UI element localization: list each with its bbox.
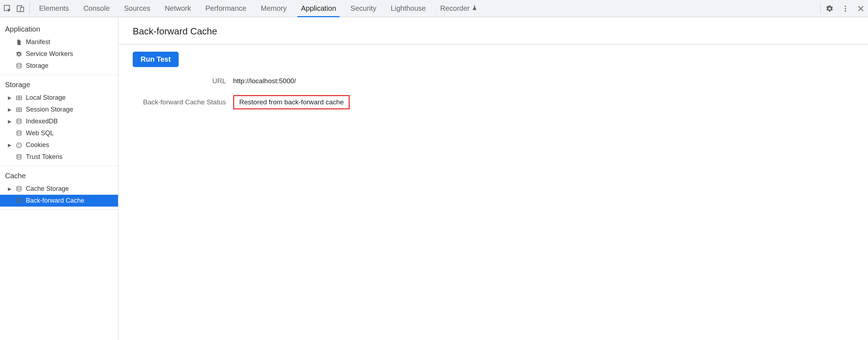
file-icon [15,39,23,46]
bfcache-status-value: Restored from back-forward cache [233,95,350,109]
sidebar-item-label: Local Storage [26,94,66,101]
tab-console[interactable]: Console [76,0,117,17]
sidebar-item-cache-storage[interactable]: ▶Cache Storage [0,183,118,195]
chevron-right-icon: ▶ [7,142,12,148]
svg-point-3 [845,5,846,7]
chevron-right-icon: ▶ [7,107,12,112]
info-value-cell: Restored from back-forward cache [233,95,854,109]
sidebar-item-local-storage[interactable]: ▶Local Storage [0,92,118,104]
topbar-right [820,3,864,14]
tab-label: Console [83,4,109,13]
db-icon [15,154,23,160]
tab-lighthouse[interactable]: Lighthouse [383,0,433,17]
svg-point-4 [845,8,846,9]
tab-application[interactable]: Application [294,0,343,17]
tab-network[interactable]: Network [157,0,198,17]
application-sidebar: Application▶Manifest▶Service Workers▶Sto… [0,17,118,340]
settings-icon[interactable] [826,5,834,13]
sidebar-item-storage[interactable]: ▶Storage [0,60,118,72]
tab-label: Performance [206,4,247,13]
grid-icon [15,95,23,101]
sidebar-item-label: Storage [26,62,48,70]
devtools-topbar: ElementsConsoleSourcesNetworkPerformance… [0,0,868,17]
flask-icon [472,4,477,13]
sidebar-item-cookies[interactable]: ▶Cookies [0,139,118,151]
sidebar-item-label: Web SQL [26,129,54,137]
tab-security[interactable]: Security [343,0,383,17]
section-title-application: Application [0,19,118,36]
chevron-right-icon: ▶ [7,186,12,192]
sidebar-item-label: Cookies [26,141,49,149]
chevron-right-icon: ▶ [7,95,12,100]
chevron-right-icon: ▶ [7,119,12,124]
run-test-button[interactable]: Run Test [133,52,179,67]
svg-rect-2 [20,7,24,11]
svg-point-5 [845,10,846,11]
device-toggle-icon[interactable] [16,5,24,13]
sidebar-item-indexeddb[interactable]: ▶IndexedDB [0,115,118,127]
cookie-icon [15,142,23,148]
topbar-left-icons [4,3,30,14]
sidebar-item-label: Cache Storage [26,185,69,193]
info-value: http://localhost:5000/ [233,77,296,85]
db-icon [15,130,23,137]
inspect-icon[interactable] [4,5,11,13]
sidebar-item-manifest[interactable]: ▶Manifest [0,36,118,48]
sidebar-item-label: Session Storage [26,106,73,113]
close-icon[interactable] [857,5,864,12]
sidebar-item-label: IndexedDB [26,118,58,125]
db-icon [15,186,23,192]
tab-label: Elements [39,4,69,13]
info-label: URL [133,77,226,85]
tab-label: Application [301,4,336,13]
grid-icon [15,107,23,113]
db-icon [15,198,23,204]
sidebar-item-back-forward-cache[interactable]: ▶Back-forward Cache [0,195,118,207]
section-title-storage: Storage [0,75,118,92]
section-title-cache: Cache [0,166,118,183]
gear-icon [15,51,23,57]
tab-sources[interactable]: Sources [117,0,157,17]
sidebar-item-web-sql[interactable]: ▶Web SQL [0,127,118,139]
tab-label: Sources [124,4,150,13]
db-icon [15,63,23,69]
sidebar-item-trust-tokens[interactable]: ▶Trust Tokens [0,151,118,163]
info-table: URLhttp://localhost:5000/Back-forward Ca… [133,77,854,109]
main-panel: Back-forward Cache Run Test URLhttp://lo… [118,17,868,340]
sidebar-item-label: Trust Tokens [26,153,62,161]
tab-label: Lighthouse [391,4,426,13]
sidebar-item-label: Back-forward Cache [26,197,84,204]
tab-memory[interactable]: Memory [254,0,294,17]
tab-performance[interactable]: Performance [198,0,254,17]
tab-label: Memory [261,4,287,13]
tab-label: Recorder [440,4,470,13]
sidebar-item-label: Service Workers [26,50,73,58]
tab-elements[interactable]: Elements [32,0,76,17]
tab-recorder[interactable]: Recorder [433,0,485,17]
sidebar-item-label: Manifest [26,38,50,46]
tab-label: Network [165,4,191,13]
db-icon [15,118,23,125]
sidebar-item-session-storage[interactable]: ▶Session Storage [0,104,118,115]
page-title: Back-forward Cache [118,17,868,44]
kebab-menu-icon[interactable] [841,5,849,13]
tab-label: Security [350,4,376,13]
sidebar-item-service-workers[interactable]: ▶Service Workers [0,48,118,60]
info-value-cell: http://localhost:5000/ [233,77,854,85]
info-label: Back-forward Cache Status [133,98,226,106]
tabs-container: ElementsConsoleSourcesNetworkPerformance… [32,0,485,17]
